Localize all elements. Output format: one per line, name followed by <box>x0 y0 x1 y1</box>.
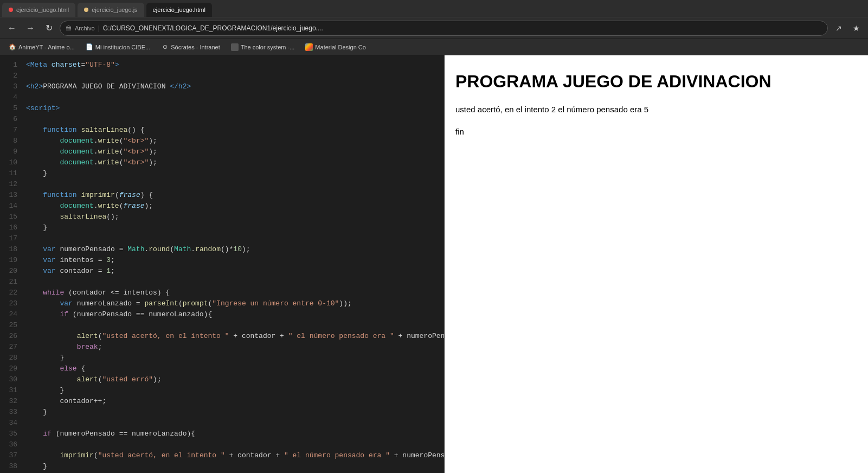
preview-result: usted acertó, en el intento 2 el número … <box>455 105 857 114</box>
code-panel: 12345 678910 1112131415 1617181920 21222… <box>0 55 445 473</box>
tab-dot-html <box>9 8 13 12</box>
bookmark-cibe-label: Mi institucion CIBE... <box>95 44 150 50</box>
tab-label-html: ejercicio_juego.html <box>16 7 69 13</box>
bookmark-anime[interactable]: 🏠 AnimeYT - Anime o... <box>4 41 79 53</box>
preview-title: PROGRAMA JUEGO DE ADIVINACION <box>455 72 857 92</box>
bookmarks-bar: 🏠 AnimeYT - Anime o... 📄 Mi institucion … <box>0 39 868 55</box>
tab-label-js: ejercicio_juego.js <box>92 7 137 13</box>
archive-icon: 🏛 <box>66 25 72 31</box>
bookmark-cibe-icon: 📄 <box>86 43 93 51</box>
bookmark-color-system[interactable]: The color system -... <box>227 41 299 53</box>
share-button[interactable]: ↗ <box>831 21 846 36</box>
tab-js[interactable]: ejercicio_juego.js <box>78 3 144 17</box>
bookmark-material[interactable]: Material Design Co <box>301 41 370 53</box>
address-text: G:/CURSO_ONENEXT/LOGICA_DE_PROGRAMACION1… <box>103 24 822 32</box>
tab-dot-js <box>84 8 88 12</box>
bookmark-color-label: The color system -... <box>241 44 295 50</box>
bookmark-socrates-icon: ⊙ <box>161 43 169 51</box>
bookmark-color-icon <box>231 43 239 51</box>
preview-fin: fin <box>455 127 857 136</box>
main-area: 12345 678910 1112131415 1617181920 21222… <box>0 55 868 473</box>
line-numbers: 12345 678910 1112131415 1617181920 21222… <box>0 55 22 473</box>
tab-preview[interactable]: ejercicio_juego.html <box>146 3 212 17</box>
code-content[interactable]: 12345 678910 1112131415 1617181920 21222… <box>0 55 444 473</box>
bookmark-socrates[interactable]: ⊙ Sócrates - Intranet <box>157 41 224 53</box>
bookmark-anime-icon: 🏠 <box>9 43 16 51</box>
protocol-label: Archivo <box>75 25 95 31</box>
tab-label-preview: ejercicio_juego.html <box>153 7 205 13</box>
code-body[interactable]: <Meta charset="UTF-8"> <h2>PROGRAMA JUEG… <box>22 55 444 473</box>
browser-toolbar: ← → ↻ 🏛 Archivo | G:/CURSO_ONENEXT/LOGIC… <box>0 17 868 39</box>
preview-content: PROGRAMA JUEGO DE ADIVINACION usted acer… <box>445 55 868 473</box>
bookmark-button[interactable]: ★ <box>848 21 864 36</box>
tab-html[interactable]: ejercicio_juego.html <box>2 3 75 17</box>
toolbar-icons: ↗ ★ <box>831 21 864 36</box>
browser-tabs: ejercicio_juego.html ejercicio_juego.js … <box>0 0 868 17</box>
bookmark-material-label: Material Design Co <box>315 44 366 50</box>
bookmark-anime-label: AnimeYT - Anime o... <box>18 44 75 50</box>
forward-button[interactable]: → <box>23 21 38 36</box>
bookmark-cibe[interactable]: 📄 Mi institucion CIBE... <box>81 41 155 53</box>
bookmark-material-icon <box>305 43 313 51</box>
back-button[interactable]: ← <box>4 21 20 36</box>
refresh-button[interactable]: ↻ <box>41 21 56 36</box>
preview-panel: PROGRAMA JUEGO DE ADIVINACION usted acer… <box>445 55 868 473</box>
address-bar[interactable]: 🏛 Archivo | G:/CURSO_ONENEXT/LOGICA_DE_P… <box>60 21 828 36</box>
bookmark-socrates-label: Sócrates - Intranet <box>171 44 220 50</box>
